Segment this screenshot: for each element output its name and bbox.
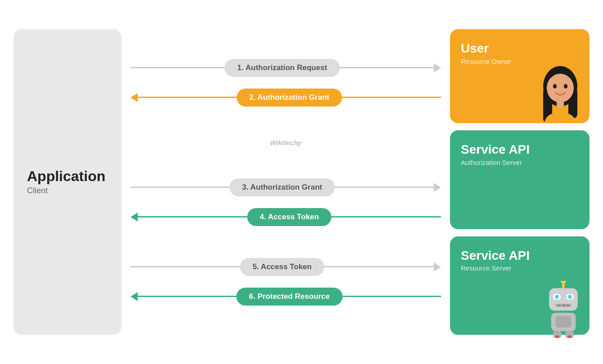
arrowhead-left-4 bbox=[130, 213, 138, 222]
user-avatar bbox=[536, 60, 585, 123]
arrow-line-1: 1. Authorization Request bbox=[130, 67, 434, 68]
resource-server-panel: Service API Resource Server bbox=[450, 236, 590, 335]
svg-point-15 bbox=[555, 295, 559, 299]
auth-server-title: Service API bbox=[461, 143, 579, 157]
right-panels: User Resource Owner bbox=[450, 29, 590, 335]
flow-group-3: 5. Access Token 6. Protected Resource bbox=[130, 255, 441, 308]
svg-point-5 bbox=[564, 84, 567, 89]
arrowhead-right-5 bbox=[434, 262, 441, 271]
arrowhead-right-3 bbox=[434, 183, 441, 192]
svg-point-6 bbox=[550, 90, 555, 93]
client-panel: Application Client bbox=[14, 29, 122, 335]
arrowhead-left-6 bbox=[130, 292, 138, 301]
arrow-row-2: 2. Authorization Grant bbox=[130, 86, 441, 109]
auth-server-panel: Service API Authorization Server bbox=[450, 130, 590, 229]
arrow-row-6: 6. Protected Resource bbox=[130, 285, 441, 308]
resource-server-subtitle: Resource Server bbox=[461, 264, 579, 272]
arrow-line-3: 3. Authorization Grant bbox=[130, 186, 434, 188]
svg-rect-22 bbox=[556, 316, 572, 327]
auth-server-subtitle: Authorization Server bbox=[461, 159, 579, 166]
watermark-container: Wikitechy bbox=[130, 136, 441, 149]
watermark: Wikitechy bbox=[270, 138, 302, 146]
arrow-line-6: 6. Protected Resource bbox=[138, 296, 441, 297]
user-panel: User Resource Owner bbox=[450, 29, 590, 123]
pill-2: 2. Authorization Grant bbox=[237, 89, 342, 107]
arrow-line-2: 2. Authorization Grant bbox=[138, 97, 441, 98]
svg-rect-9 bbox=[557, 100, 564, 108]
arrow-row-3: 3. Authorization Grant bbox=[130, 176, 441, 199]
pill-1: 1. Authorization Request bbox=[225, 59, 340, 77]
flow-group-2: 3. Authorization Grant 4. Access Token bbox=[130, 176, 441, 229]
svg-rect-12 bbox=[549, 288, 578, 311]
resource-server-title: Service API bbox=[461, 249, 579, 263]
pill-4: 4. Access Token bbox=[247, 208, 331, 226]
svg-point-11 bbox=[561, 281, 567, 284]
client-title: Application bbox=[27, 169, 105, 184]
svg-rect-18 bbox=[557, 305, 560, 306]
svg-point-4 bbox=[553, 84, 557, 89]
user-panel-title: User bbox=[461, 42, 579, 56]
arrow-row-5: 5. Access Token bbox=[130, 255, 441, 279]
pill-5: 5. Access Token bbox=[240, 258, 324, 276]
pill-6: 6. Protected Resource bbox=[236, 288, 342, 306]
svg-point-3 bbox=[547, 74, 574, 102]
arrows-area: 1. Authorization Request 2. Authorizatio… bbox=[122, 29, 450, 335]
arrow-row-1: 1. Authorization Request bbox=[130, 56, 441, 80]
arrow-line-5: 5. Access Token bbox=[130, 266, 434, 267]
flow-group-1: 1. Authorization Request 2. Authorizatio… bbox=[130, 56, 441, 109]
arrowhead-left-2 bbox=[130, 93, 138, 102]
svg-point-16 bbox=[568, 295, 572, 299]
client-subtitle: Client bbox=[27, 186, 48, 195]
svg-rect-19 bbox=[562, 305, 565, 306]
pill-3: 3. Authorization Grant bbox=[230, 178, 335, 196]
arrowhead-right-1 bbox=[434, 63, 441, 72]
arrow-line-4: 4. Access Token bbox=[138, 216, 441, 218]
diagram-container: Application Client 1. Authorization Requ… bbox=[0, 0, 603, 364]
arrow-row-4: 4. Access Token bbox=[130, 205, 441, 229]
svg-point-7 bbox=[565, 90, 571, 93]
svg-rect-20 bbox=[566, 305, 569, 306]
robot-avatar bbox=[541, 281, 586, 335]
